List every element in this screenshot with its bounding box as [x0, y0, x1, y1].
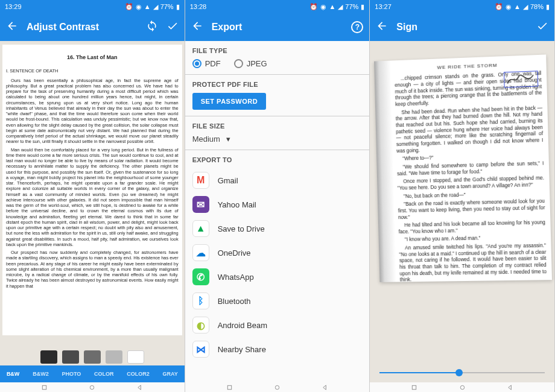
document-preview[interactable]: 16. The Last of Man I. SENTENCE OF DEATH… — [0, 41, 185, 339]
doc-paragraph: Our prospect has now suddenly and comple… — [6, 250, 179, 289]
radio-icon — [234, 59, 243, 68]
slider-thumb[interactable] — [455, 369, 463, 376]
radio-jpeg[interactable]: JPEG — [234, 59, 267, 68]
mode-color2[interactable]: COLOR2 — [127, 371, 150, 377]
svg-rect-4 — [413, 385, 416, 389]
android-nav-bar — [370, 382, 554, 392]
confirm-icon[interactable] — [166, 20, 179, 34]
battery-text: 77% — [345, 3, 358, 10]
color-swatch[interactable] — [62, 350, 79, 364]
book-paragraph: "I know who you are. A dead man." — [399, 235, 546, 244]
mode-b&w[interactable]: B&W — [7, 371, 20, 377]
export-item-whatsapp[interactable]: ✆WhatsApp — [192, 265, 363, 289]
export-target-list: MGmail✉Yahoo Mail▲Save to Drive☁OneDrive… — [192, 168, 363, 361]
nav-back-icon[interactable] — [507, 384, 513, 391]
battery-icon: ▮ — [361, 3, 364, 11]
status-bar: 13:28 ⏰ ◉ ▲ ◢ 77% ▮ — [185, 0, 370, 13]
svg-rect-2 — [227, 385, 231, 389]
section-file-type: FILE TYPE — [192, 47, 363, 54]
app-icon: ☁ — [192, 244, 209, 261]
status-time: 13:27 — [375, 3, 392, 10]
export-item-nearby-share[interactable]: ⋈Nearby Share — [192, 337, 363, 361]
nav-back-icon[interactable] — [322, 384, 328, 391]
svg-point-3 — [275, 385, 279, 389]
app-bar-title: Export — [212, 22, 352, 33]
export-item-yahoo-mail[interactable]: ✉Yahoo Mail — [192, 192, 363, 217]
app-icon: ▲ — [192, 220, 209, 237]
alarm-icon: ⏰ — [309, 3, 318, 11]
android-nav-bar — [0, 382, 185, 392]
export-item-label: Nearby Share — [218, 345, 266, 354]
nav-home-icon[interactable] — [459, 384, 466, 391]
status-bar: 13:29 ⏰ ◉ ▲ ◢ 77% ▮ — [0, 0, 185, 13]
panel-sign: 13:27 ⏰ ◉ ▲ ◢ 78% ▮ Sign WE RIDE THE STO… — [370, 0, 555, 392]
signal-icon: ◢ — [338, 3, 343, 11]
slider-fill — [379, 372, 458, 373]
back-icon[interactable] — [6, 20, 18, 34]
contrast-mode-bar: B&WB&W2PHOTOCOLORCOLOR2GRAY — [0, 365, 185, 382]
dnd-icon: ◉ — [136, 3, 142, 11]
export-item-onedrive[interactable]: ☁OneDrive — [192, 241, 363, 265]
battery-icon: ▮ — [546, 3, 550, 11]
color-swatch[interactable] — [106, 350, 122, 364]
file-size-select[interactable]: Medium ▾ — [192, 134, 363, 144]
signature-overlay[interactable] — [504, 71, 538, 87]
nav-home-icon[interactable] — [89, 384, 95, 391]
confirm-icon[interactable] — [536, 20, 548, 34]
color-swatches — [0, 349, 185, 365]
document-preview[interactable]: WE RIDE THE STORM ...chipped crimson sta… — [370, 41, 554, 356]
mode-gray[interactable]: GRAY — [163, 371, 178, 377]
book-paragraph: An amused smile twitched his lips. "And … — [399, 243, 547, 284]
color-swatch[interactable] — [40, 350, 57, 364]
signal-icon: ◢ — [523, 3, 528, 11]
mode-photo[interactable]: PHOTO — [62, 371, 81, 377]
export-item-label: Android Beam — [218, 321, 267, 330]
mode-b&w2[interactable]: B&W2 — [33, 371, 49, 377]
nav-home-icon[interactable] — [274, 384, 281, 391]
svg-rect-0 — [42, 385, 46, 389]
export-item-android-beam[interactable]: ◐Android Beam — [192, 313, 363, 337]
android-nav-bar — [185, 382, 370, 392]
nav-recent-icon[interactable] — [411, 384, 417, 391]
radio-pdf[interactable]: PDF — [192, 59, 221, 68]
signature-size-slider[interactable] — [379, 367, 545, 379]
book-page: WE RIDE THE STORM ...chipped crimson sta… — [374, 54, 552, 282]
export-item-label: Yahoo Mail — [218, 200, 256, 209]
back-icon[interactable] — [191, 20, 203, 34]
app-bar: Adjust Contrast — [0, 13, 185, 41]
app-icon: ⋈ — [192, 341, 209, 358]
wifi-icon: ▲ — [514, 3, 521, 10]
signal-icon: ◢ — [153, 3, 158, 11]
section-file-size: FILE SIZE — [192, 122, 363, 130]
nav-back-icon[interactable] — [136, 384, 143, 391]
export-item-save-to-drive[interactable]: ▲Save to Drive — [192, 217, 363, 241]
back-icon[interactable] — [376, 20, 388, 34]
help-icon[interactable]: ? — [351, 21, 363, 33]
app-icon: ✉ — [192, 196, 209, 213]
app-bar-title: Sign — [396, 22, 536, 33]
app-icon: ◐ — [192, 317, 209, 334]
dnd-icon: ◉ — [320, 3, 326, 11]
mode-color[interactable]: COLOR — [94, 371, 114, 377]
color-swatch[interactable] — [127, 350, 144, 364]
nav-recent-icon[interactable] — [226, 384, 233, 391]
panel-export: 13:28 ⏰ ◉ ▲ ◢ 77% ▮ Export ? FILE TYPE P… — [185, 0, 370, 392]
status-time: 13:29 — [5, 3, 22, 10]
app-bar-title: Adjust Contrast — [27, 22, 146, 33]
book-spine — [374, 61, 396, 282]
status-right: ⏰ ◉ ▲ ◢ 77% ▮ — [125, 3, 180, 11]
export-item-gmail[interactable]: MGmail — [192, 168, 363, 192]
status-time: 13:28 — [190, 3, 207, 10]
export-item-bluetooth[interactable]: ᛒBluetooth — [192, 289, 363, 313]
wifi-icon: ▲ — [329, 3, 335, 10]
set-password-button[interactable]: SET PASSWORD — [192, 93, 266, 110]
nav-recent-icon[interactable] — [41, 384, 48, 391]
color-swatch[interactable] — [84, 350, 101, 364]
battery-icon: ▮ — [176, 3, 180, 11]
export-item-label: WhatsApp — [218, 273, 254, 282]
book-paragraph: Once more I stopped, and the God's child… — [398, 175, 545, 192]
rotate-icon[interactable] — [146, 20, 158, 34]
battery-text: 77% — [160, 3, 174, 10]
alarm-icon: ⏰ — [495, 3, 503, 11]
app-bar: Export ? — [185, 13, 370, 41]
